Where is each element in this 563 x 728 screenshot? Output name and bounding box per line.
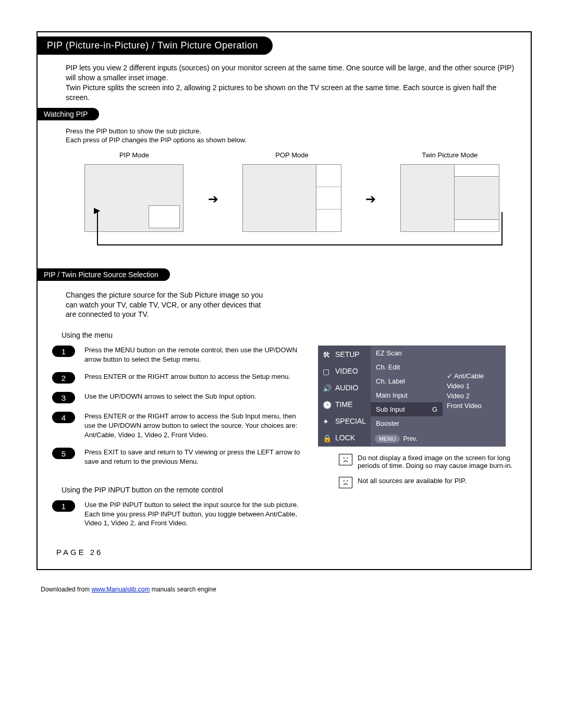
- star-icon: ✦: [323, 417, 332, 425]
- osd-item-ezscan: EZ Scan: [371, 346, 443, 360]
- label-twin-mode: Twin Picture Mode: [381, 151, 518, 159]
- step-badge: 5: [52, 448, 75, 459]
- intro-text: PIP lets you view 2 different inputs (so…: [47, 55, 521, 108]
- watching-pip-heading: Watching PIP: [38, 108, 99, 120]
- source-selection-heading: PIP / Twin Picture Source Selection: [38, 268, 170, 281]
- diagram-twin-mode: [400, 164, 499, 232]
- osd-tab-video: ▢VIDEO: [319, 363, 371, 379]
- step-badge: 2: [52, 372, 75, 384]
- svg-point-1: [347, 458, 348, 459]
- svg-point-3: [347, 480, 348, 482]
- mode-diagram: PIP Mode ➔ POP Mode ➔ Twin Picture Mode …: [47, 148, 521, 253]
- source-selection-desc: Changes the picture source for the Sub P…: [47, 281, 271, 324]
- page-frame: PIP (Picture-in-Picture) / Twin Picture …: [36, 31, 532, 570]
- osd-menu-pill: MENU: [375, 435, 400, 443]
- page-title: PIP (Picture-in-Picture) / Twin Picture …: [38, 36, 273, 55]
- loop-arrow-icon: ▶: [94, 205, 100, 215]
- warning-2-text: Not all sources are available for PIP.: [358, 477, 467, 485]
- arrow-icon: ➔: [360, 192, 381, 206]
- step-2-text: Press ENTER or the RIGHT arrow button to…: [84, 372, 308, 381]
- step-1-text: Press the MENU button on the remote cont…: [84, 346, 308, 364]
- warning-face-icon: [339, 454, 352, 465]
- step-5-text: Press EXIT to save and return to TV view…: [84, 448, 308, 466]
- intro-line-1: PIP lets you view 2 different inputs (so…: [66, 63, 518, 83]
- page-number: PAGE 26: [47, 532, 521, 560]
- clock-icon: 🕒: [323, 401, 332, 408]
- step-badge: 1: [52, 346, 75, 357]
- osd-item-booster: Booster: [371, 416, 443, 430]
- using-pip-input-heading: Using the PIP INPUT button on the remote…: [52, 478, 308, 496]
- label-pop-mode: POP Mode: [224, 151, 361, 159]
- osd-option-video2: Video 2: [447, 392, 501, 400]
- osd-tab-lock: 🔒LOCK: [319, 429, 371, 446]
- monitor-icon: ▢: [323, 367, 332, 375]
- osd-tab-special: ✦SPECIAL: [319, 413, 371, 429]
- osd-options: Ant/Cable Video 1 Video 2 Front Video: [443, 346, 505, 446]
- diagram-pop-mode: [242, 164, 341, 232]
- step-3-text: Use the UP/DOWN arrows to select the Sub…: [84, 392, 308, 401]
- osd-left-menu: 🛠SETUP ▢VIDEO 🔊AUDIO 🕒TIME ✦SPECIAL 🔒LOC…: [319, 346, 371, 446]
- svg-point-0: [344, 458, 345, 459]
- osd-tab-setup: 🛠SETUP: [319, 346, 371, 363]
- watching-pip-line-1: Press the PIP button to show the sub pic…: [66, 127, 518, 136]
- label-pip-mode: PIP Mode: [66, 151, 203, 159]
- manualslib-link[interactable]: www.Manualslib.com: [91, 586, 150, 593]
- speaker-icon: 🔊: [323, 384, 332, 391]
- osd-menu-screenshot: 🛠SETUP ▢VIDEO 🔊AUDIO 🕒TIME ✦SPECIAL 🔒LOC…: [318, 346, 506, 447]
- step-4-text: Press ENTER or the RIGHT arrow to access…: [84, 412, 308, 439]
- osd-item-maininput: Main Input: [371, 388, 443, 402]
- osd-item-chedit: Ch. Edit: [371, 360, 443, 374]
- arrow-icon: ➔: [203, 192, 224, 206]
- pip-input-step-1: Use the PIP INPUT button to select the i…: [84, 500, 308, 528]
- step-badge: 4: [52, 412, 75, 423]
- osd-item-subinput-selected: Sub InputG: [371, 402, 443, 416]
- lock-icon: 🔒: [323, 434, 332, 441]
- wrench-icon: 🛠: [323, 351, 332, 358]
- diagram-pip-mode: [84, 164, 183, 232]
- osd-tab-audio: 🔊AUDIO: [319, 379, 371, 396]
- osd-option-antcable: Ant/Cable: [447, 372, 501, 380]
- osd-footer: MENUPrev.: [371, 431, 443, 446]
- warning-face-icon: [339, 477, 352, 488]
- using-menu-heading: Using the menu: [47, 324, 521, 341]
- svg-point-2: [344, 480, 345, 482]
- download-footer: Downloaded from www.Manualslib.com manua…: [36, 570, 532, 593]
- osd-option-frontvideo: Front Video: [447, 402, 501, 410]
- step-badge: 3: [52, 392, 75, 403]
- osd-option-video1: Video 1: [447, 382, 501, 390]
- osd-item-chlabel: Ch. Label: [371, 374, 443, 388]
- intro-line-2: Twin Picture splits the screen into 2, a…: [66, 83, 518, 103]
- osd-tab-time: 🕒TIME: [319, 396, 371, 413]
- watching-pip-line-2: Each press of PIP changes the PIP option…: [66, 135, 518, 145]
- step-badge: 1: [52, 500, 75, 512]
- osd-submenu: EZ Scan Ch. Edit Ch. Label Main Input Su…: [371, 346, 443, 446]
- warning-1-text: Do not display a fixed image on the scre…: [358, 454, 519, 470]
